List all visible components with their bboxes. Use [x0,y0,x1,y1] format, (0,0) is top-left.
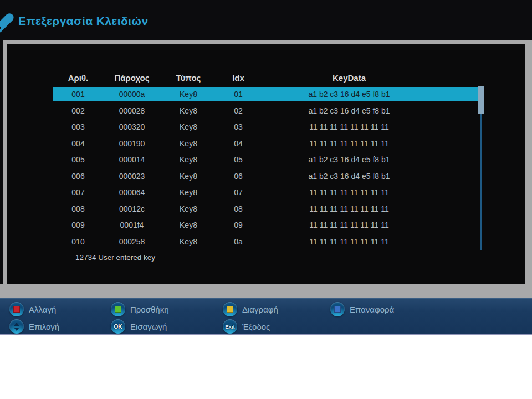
cell-number: 006 [53,169,103,183]
column-header-spacer [438,72,478,84]
scrollbar-track[interactable] [480,114,482,250]
color-square [334,306,341,313]
change-button-label: Αλλαγή [29,305,56,314]
cell-type: Key8 [161,87,216,101]
row-spacer [438,104,478,118]
cell-number: 002 [53,104,103,118]
scrollbar-thumb[interactable] [478,86,484,114]
cell-type: Key8 [161,152,216,167]
cell-type: Key8 [161,136,216,151]
cell-provider: 000014 [103,152,161,167]
cell-number: 003 [53,120,103,134]
button-legend-bar: ΑλλαγήΕπιλογήΠροσθήκηOKΕισαγωγήΔιαγραφήE… [0,298,532,335]
cell-type: Key8 [161,185,216,200]
cell-provider: 000023 [103,169,161,183]
cell-type: Key8 [161,104,216,118]
select-button-label: Επιλογή [29,322,59,331]
cell-type: Key8 [161,234,216,249]
table-row[interactable]: 0090001f4Key80911 11 11 11 11 11 11 11 [53,218,478,232]
cell-idx: 05 [216,152,260,167]
row-spacer [438,218,478,232]
row-spacer [438,234,478,249]
cell-idx: 01 [216,87,260,101]
cell-provider: 000190 [103,136,161,151]
table-row[interactable]: 005000014Key805a1 b2 c3 16 d4 e5 f8 b1 [53,152,478,167]
cell-keydata: 11 11 11 11 11 11 11 11 [260,234,438,249]
cell-idx: 03 [216,120,260,134]
cell-type: Key8 [161,218,216,232]
cell-keydata: 11 11 11 11 11 11 11 11 [260,202,438,216]
exit-button-label: Έξοδος [242,322,270,331]
cell-number: 008 [53,202,103,216]
table-body: 00100000aKey801a1 b2 c3 16 d4 e5 f8 b100… [53,87,478,249]
page-title: Επεξεργασία Κλειδιών [18,14,149,28]
cell-keydata: a1 b2 c3 16 d4 e5 f8 b1 [260,87,438,101]
cell-idx: 06 [216,169,260,183]
cell-number: 009 [53,218,103,232]
delete-button[interactable]: Διαγραφή [223,302,278,316]
cell-keydata: a1 b2 c3 16 d4 e5 f8 b1 [260,152,438,167]
cell-idx: 07 [216,185,260,200]
change-button[interactable]: Αλλαγή [9,302,56,316]
panel-bottom-strip [0,284,532,298]
row-spacer [438,152,478,167]
table-row-selected[interactable]: 00100000aKey801a1 b2 c3 16 d4 e5 f8 b1 [53,87,478,101]
cell-idx: 08 [216,202,260,216]
row-spacer [438,185,478,200]
reset-button[interactable]: Επαναφορά [330,302,394,316]
table-row[interactable]: 010000258Key80a11 11 11 11 11 11 11 11 [53,234,478,249]
row-spacer [438,169,478,183]
cell-provider: 000258 [103,234,161,249]
cell-provider: 00012c [103,202,161,216]
row-spacer [438,136,478,151]
row-spacer [438,202,478,216]
enter-button[interactable]: OKΕισαγωγή [111,319,167,334]
arrow-up-glyph [14,323,19,326]
arrow-down-glyph [14,328,19,331]
ok-key-icon: OK [111,319,125,334]
enter-button-label: Εισαγωγή [130,322,167,331]
add-button[interactable]: Προσθήκη [111,302,169,316]
updown-arrows [14,323,19,331]
yellow-key-icon [223,302,237,316]
cell-provider: 000064 [103,185,161,200]
cell-idx: 04 [216,136,260,151]
cell-type: Key8 [161,120,216,134]
cell-keydata: a1 b2 c3 16 d4 e5 f8 b1 [260,104,438,118]
enter-button-text: OK [114,324,122,330]
table-row[interactable]: 00800012cKey80811 11 11 11 11 11 11 11 [53,202,478,216]
column-header-keydata: KeyData [260,72,438,84]
column-header-provider: Πάροχος [103,72,161,84]
exit-button[interactable]: ExitΈξοδος [223,319,270,334]
updown-arrows-icon [9,319,24,334]
column-header-type: Τύπος [161,72,216,84]
cell-keydata: 11 11 11 11 11 11 11 11 [260,136,438,151]
key-icon [0,9,18,33]
blue-key-icon [330,302,345,316]
cell-keydata: 11 11 11 11 11 11 11 11 [260,120,438,134]
color-square [13,306,20,313]
table-row[interactable]: 002000028Key802a1 b2 c3 16 d4 e5 f8 b1 [53,104,478,118]
cell-idx: 02 [216,104,260,118]
cell-number: 010 [53,234,103,249]
table-header-row: Αριθ. Πάροχος Τύπος Idx KeyData [53,72,478,84]
table-row[interactable]: 003000320Key80311 11 11 11 11 11 11 11 [53,120,478,134]
red-key-icon [9,302,24,316]
exit-button-text: Exit [225,324,234,330]
select-button[interactable]: Επιλογή [9,319,59,334]
cell-type: Key8 [161,169,216,183]
screen-header: Επεξεργασία Κλειδιών [0,0,532,40]
cell-provider: 000028 [103,104,161,118]
cell-provider: 000320 [103,120,161,134]
table-row[interactable]: 006000023Key806a1 b2 c3 16 d4 e5 f8 b1 [53,169,478,183]
cell-provider: 00000a [103,87,161,101]
column-header-idx: Idx [216,72,260,84]
row-spacer [438,87,478,101]
cell-idx: 09 [216,218,260,232]
row-spacer [438,120,478,134]
table-row[interactable]: 004000190Key80411 11 11 11 11 11 11 11 [53,136,478,151]
key-editor-screen: Επεξεργασία Κλειδιών Αριθ. Πάροχος Τύπος… [0,0,532,399]
cell-keydata: 11 11 11 11 11 11 11 11 [260,218,438,232]
green-key-icon [111,302,125,316]
table-row[interactable]: 007000064Key80711 11 11 11 11 11 11 11 [53,185,478,200]
